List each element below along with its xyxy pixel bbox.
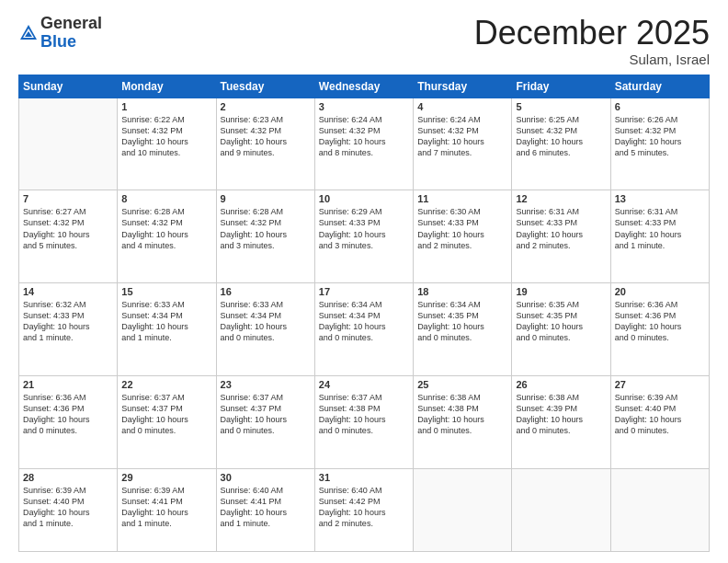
day-info: Sunrise: 6:34 AMSunset: 4:34 PMDaylight:… (319, 299, 409, 344)
day-number: 4 (417, 101, 507, 112)
day-info: Sunrise: 6:38 AMSunset: 4:39 PMDaylight:… (516, 392, 606, 437)
day-info: Sunrise: 6:37 AMSunset: 4:37 PMDaylight:… (221, 392, 311, 437)
day-info: Sunrise: 6:31 AMSunset: 4:33 PMDaylight:… (516, 206, 606, 251)
table-row: 9Sunrise: 6:28 AMSunset: 4:32 PMDaylight… (216, 190, 314, 283)
day-info: Sunrise: 6:39 AMSunset: 4:40 PMDaylight:… (615, 392, 705, 437)
table-row: 23Sunrise: 6:37 AMSunset: 4:37 PMDayligh… (216, 375, 314, 468)
day-info: Sunrise: 6:25 AMSunset: 4:32 PMDaylight:… (516, 114, 606, 159)
day-info: Sunrise: 6:23 AMSunset: 4:32 PMDaylight:… (221, 114, 311, 159)
day-number: 13 (615, 193, 705, 204)
table-row (19, 98, 118, 190)
table-row: 14Sunrise: 6:32 AMSunset: 4:33 PMDayligh… (19, 283, 118, 376)
table-row: 2Sunrise: 6:23 AMSunset: 4:32 PMDaylight… (216, 98, 314, 190)
header: General Blue December 2025 Sulam, Israel (18, 15, 710, 67)
day-info: Sunrise: 6:39 AMSunset: 4:40 PMDaylight:… (23, 485, 113, 530)
header-friday: Friday (512, 75, 610, 98)
day-info: Sunrise: 6:34 AMSunset: 4:35 PMDaylight:… (417, 299, 507, 344)
day-number: 31 (319, 472, 409, 483)
table-row: 3Sunrise: 6:24 AMSunset: 4:32 PMDaylight… (314, 98, 413, 190)
day-info: Sunrise: 6:33 AMSunset: 4:34 PMDaylight:… (221, 299, 311, 344)
table-row: 11Sunrise: 6:30 AMSunset: 4:33 PMDayligh… (414, 190, 512, 283)
day-number: 5 (516, 101, 606, 112)
header-sunday: Sunday (19, 75, 118, 98)
table-row (512, 468, 610, 551)
weekday-header-row: Sunday Monday Tuesday Wednesday Thursday… (19, 75, 710, 98)
day-info: Sunrise: 6:39 AMSunset: 4:41 PMDaylight:… (121, 485, 211, 530)
header-saturday: Saturday (610, 75, 709, 98)
table-row: 15Sunrise: 6:33 AMSunset: 4:34 PMDayligh… (118, 283, 216, 376)
day-number: 16 (221, 286, 311, 297)
table-row (610, 468, 709, 551)
day-info: Sunrise: 6:28 AMSunset: 4:32 PMDaylight:… (121, 206, 211, 251)
table-row: 4Sunrise: 6:24 AMSunset: 4:32 PMDaylight… (414, 98, 512, 190)
day-number: 10 (319, 193, 409, 204)
day-number: 21 (23, 379, 113, 390)
table-row: 1Sunrise: 6:22 AMSunset: 4:32 PMDaylight… (118, 98, 216, 190)
day-number: 28 (23, 472, 113, 483)
day-number: 27 (615, 379, 705, 390)
table-row: 10Sunrise: 6:29 AMSunset: 4:33 PMDayligh… (314, 190, 413, 283)
day-number: 3 (319, 101, 409, 112)
header-thursday: Thursday (414, 75, 512, 98)
day-number: 7 (23, 193, 113, 204)
day-number: 18 (417, 286, 507, 297)
day-info: Sunrise: 6:38 AMSunset: 4:38 PMDaylight:… (417, 392, 507, 437)
day-number: 24 (319, 379, 409, 390)
table-row: 29Sunrise: 6:39 AMSunset: 4:41 PMDayligh… (118, 468, 216, 551)
table-row: 31Sunrise: 6:40 AMSunset: 4:42 PMDayligh… (314, 468, 413, 551)
table-row: 12Sunrise: 6:31 AMSunset: 4:33 PMDayligh… (512, 190, 610, 283)
day-number: 26 (516, 379, 606, 390)
day-number: 15 (121, 286, 211, 297)
title-block: December 2025 Sulam, Israel (474, 15, 710, 67)
day-info: Sunrise: 6:36 AMSunset: 4:36 PMDaylight:… (23, 392, 113, 437)
day-number: 11 (417, 193, 507, 204)
logo-text: General Blue (40, 15, 102, 52)
header-monday: Monday (118, 75, 216, 98)
day-info: Sunrise: 6:28 AMSunset: 4:32 PMDaylight:… (221, 206, 311, 251)
table-row: 21Sunrise: 6:36 AMSunset: 4:36 PMDayligh… (19, 375, 118, 468)
day-number: 19 (516, 286, 606, 297)
table-row: 24Sunrise: 6:37 AMSunset: 4:38 PMDayligh… (314, 375, 413, 468)
day-info: Sunrise: 6:37 AMSunset: 4:37 PMDaylight:… (121, 392, 211, 437)
table-row: 30Sunrise: 6:40 AMSunset: 4:41 PMDayligh… (216, 468, 314, 551)
table-row: 22Sunrise: 6:37 AMSunset: 4:37 PMDayligh… (118, 375, 216, 468)
day-number: 6 (615, 101, 705, 112)
day-info: Sunrise: 6:35 AMSunset: 4:35 PMDaylight:… (516, 299, 606, 344)
calendar-table: Sunday Monday Tuesday Wednesday Thursday… (18, 75, 710, 552)
table-row: 26Sunrise: 6:38 AMSunset: 4:39 PMDayligh… (512, 375, 610, 468)
table-row: 28Sunrise: 6:39 AMSunset: 4:40 PMDayligh… (19, 468, 118, 551)
table-row: 16Sunrise: 6:33 AMSunset: 4:34 PMDayligh… (216, 283, 314, 376)
day-number: 23 (221, 379, 311, 390)
day-info: Sunrise: 6:24 AMSunset: 4:32 PMDaylight:… (319, 114, 409, 159)
day-info: Sunrise: 6:24 AMSunset: 4:32 PMDaylight:… (417, 114, 507, 159)
day-info: Sunrise: 6:26 AMSunset: 4:32 PMDaylight:… (615, 114, 705, 159)
table-row: 18Sunrise: 6:34 AMSunset: 4:35 PMDayligh… (414, 283, 512, 376)
day-info: Sunrise: 6:36 AMSunset: 4:36 PMDaylight:… (615, 299, 705, 344)
day-info: Sunrise: 6:40 AMSunset: 4:41 PMDaylight:… (221, 485, 311, 530)
logo: General Blue (18, 15, 102, 52)
table-row: 20Sunrise: 6:36 AMSunset: 4:36 PMDayligh… (610, 283, 709, 376)
location: Sulam, Israel (474, 52, 710, 67)
day-number: 30 (221, 472, 311, 483)
day-info: Sunrise: 6:31 AMSunset: 4:33 PMDaylight:… (615, 206, 705, 251)
day-info: Sunrise: 6:30 AMSunset: 4:33 PMDaylight:… (417, 206, 507, 251)
day-info: Sunrise: 6:40 AMSunset: 4:42 PMDaylight:… (319, 485, 409, 530)
day-number: 14 (23, 286, 113, 297)
day-info: Sunrise: 6:33 AMSunset: 4:34 PMDaylight:… (121, 299, 211, 344)
day-number: 17 (319, 286, 409, 297)
day-number: 8 (121, 193, 211, 204)
header-wednesday: Wednesday (314, 75, 413, 98)
table-row: 8Sunrise: 6:28 AMSunset: 4:32 PMDaylight… (118, 190, 216, 283)
table-row: 13Sunrise: 6:31 AMSunset: 4:33 PMDayligh… (610, 190, 709, 283)
calendar-page: General Blue December 2025 Sulam, Israel… (0, 0, 728, 563)
day-number: 29 (121, 472, 211, 483)
table-row: 7Sunrise: 6:27 AMSunset: 4:32 PMDaylight… (19, 190, 118, 283)
day-number: 20 (615, 286, 705, 297)
logo-blue: Blue (40, 33, 102, 52)
day-number: 2 (221, 101, 311, 112)
table-row: 5Sunrise: 6:25 AMSunset: 4:32 PMDaylight… (512, 98, 610, 190)
day-number: 25 (417, 379, 507, 390)
logo-general: General (40, 15, 102, 33)
logo-icon (18, 23, 39, 43)
table-row: 17Sunrise: 6:34 AMSunset: 4:34 PMDayligh… (314, 283, 413, 376)
